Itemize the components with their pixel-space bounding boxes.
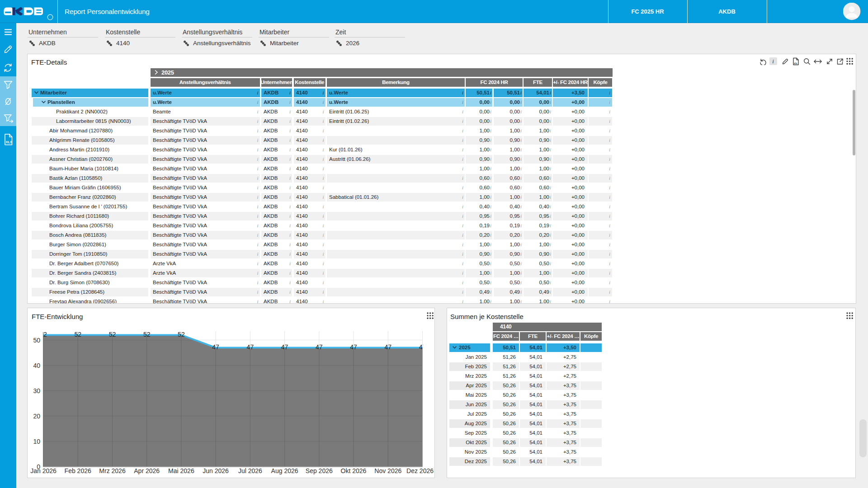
svg-text:50: 50 [33,337,40,344]
svg-text:47: 47 [419,343,426,351]
svg-text:47: 47 [212,343,219,351]
svg-text:52: 52 [74,331,81,338]
svg-text:Jun 2026: Jun 2026 [203,467,229,474]
svg-text:Apr 2026: Apr 2026 [134,467,160,474]
svg-text:20: 20 [33,413,40,420]
svg-text:Okt 2026: Okt 2026 [341,467,367,474]
svg-text:Aug 2026: Aug 2026 [271,467,298,474]
svg-text:52: 52 [109,331,116,338]
svg-text:Feb 2026: Feb 2026 [65,467,91,474]
svg-text:30: 30 [33,387,40,394]
svg-text:47: 47 [350,343,357,351]
svg-text:Jul 2026: Jul 2026 [238,467,262,474]
svg-text:52: 52 [178,331,185,338]
svg-text:xls: xls [794,62,797,65]
svg-text:Sep 2026: Sep 2026 [306,467,333,474]
svg-text:10: 10 [33,438,40,445]
svg-text:i: i [772,58,774,65]
svg-text:40: 40 [33,362,40,369]
svg-text:XLS: XLS [5,140,12,144]
svg-text:52: 52 [143,331,151,338]
svg-text:47: 47 [385,343,392,351]
svg-text:Dez 2026: Dez 2026 [406,467,434,474]
svg-text:52: 52 [40,331,47,338]
svg-text:Mai 2026: Mai 2026 [168,467,194,474]
svg-text:47: 47 [247,343,254,351]
svg-text:47: 47 [281,343,288,351]
svg-text:Nov 2026: Nov 2026 [374,467,401,474]
svg-text:47: 47 [316,343,323,351]
svg-text:Mrz 2026: Mrz 2026 [99,467,126,474]
svg-text:Jan 2026: Jan 2026 [30,467,57,474]
